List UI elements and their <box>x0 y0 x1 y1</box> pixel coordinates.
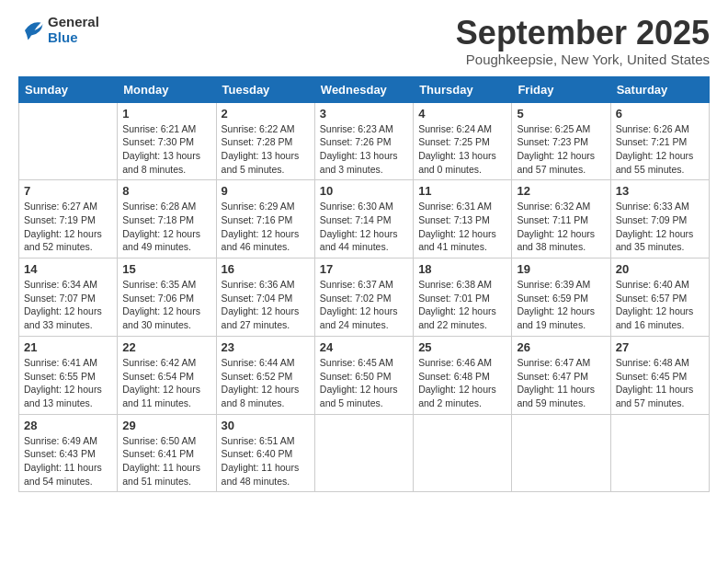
cell-sun-info: Sunrise: 6:47 AMSunset: 6:47 PMDaylight:… <box>517 356 605 410</box>
cell-sun-info: Sunrise: 6:31 AMSunset: 7:13 PMDaylight:… <box>418 200 506 254</box>
day-header-row: SundayMondayTuesdayWednesdayThursdayFrid… <box>19 76 710 102</box>
cell-date-number: 22 <box>122 340 210 354</box>
cell-sun-info: Sunrise: 6:36 AMSunset: 7:04 PMDaylight:… <box>222 278 310 332</box>
cell-date-number: 30 <box>222 419 310 432</box>
day-header-wednesday: Wednesday <box>314 76 413 102</box>
cell-sun-info: Sunrise: 6:42 AMSunset: 6:54 PMDaylight:… <box>122 356 210 410</box>
calendar-cell: 23Sunrise: 6:44 AMSunset: 6:52 PMDayligh… <box>216 336 314 414</box>
calendar-cell: 29Sunrise: 6:50 AMSunset: 6:41 PMDayligh… <box>118 414 216 492</box>
cell-date-number: 17 <box>320 262 408 276</box>
cell-sun-info: Sunrise: 6:49 AMSunset: 6:43 PMDaylight:… <box>24 434 112 488</box>
month-title: September 2025 <box>456 15 710 52</box>
calendar-cell: 11Sunrise: 6:31 AMSunset: 7:13 PMDayligh… <box>414 180 512 259</box>
cell-sun-info: Sunrise: 6:51 AMSunset: 6:40 PMDaylight:… <box>222 434 310 488</box>
day-header-sunday: Sunday <box>19 76 118 102</box>
calendar-cell <box>314 414 413 492</box>
cell-sun-info: Sunrise: 6:21 AMSunset: 7:30 PMDaylight:… <box>122 122 210 177</box>
cell-date-number: 28 <box>24 419 112 432</box>
cell-date-number: 6 <box>616 107 704 121</box>
cell-date-number: 8 <box>122 184 210 198</box>
calendar-cell: 19Sunrise: 6:39 AMSunset: 6:59 PMDayligh… <box>512 259 610 337</box>
logo-text-general: General <box>48 15 99 30</box>
cell-date-number: 14 <box>24 262 112 276</box>
cell-sun-info: Sunrise: 6:38 AMSunset: 7:01 PMDaylight:… <box>418 278 506 332</box>
day-header-friday: Friday <box>512 76 610 102</box>
calendar-cell: 15Sunrise: 6:35 AMSunset: 7:06 PMDayligh… <box>118 259 216 337</box>
calendar-cell: 17Sunrise: 6:37 AMSunset: 7:02 PMDayligh… <box>314 259 413 337</box>
cell-sun-info: Sunrise: 6:48 AMSunset: 6:45 PMDaylight:… <box>616 356 704 410</box>
cell-sun-info: Sunrise: 6:25 AMSunset: 7:23 PMDaylight:… <box>517 122 605 177</box>
cell-sun-info: Sunrise: 6:30 AMSunset: 7:14 PMDaylight:… <box>320 200 408 254</box>
cell-sun-info: Sunrise: 6:40 AMSunset: 6:57 PMDaylight:… <box>616 278 704 332</box>
day-header-saturday: Saturday <box>610 76 709 102</box>
cell-date-number: 5 <box>517 107 605 121</box>
cell-date-number: 21 <box>24 340 112 354</box>
cell-sun-info: Sunrise: 6:35 AMSunset: 7:06 PMDaylight:… <box>122 278 210 332</box>
calendar-cell: 8Sunrise: 6:28 AMSunset: 7:18 PMDaylight… <box>118 180 216 259</box>
calendar-cell: 28Sunrise: 6:49 AMSunset: 6:43 PMDayligh… <box>19 414 118 492</box>
cell-sun-info: Sunrise: 6:46 AMSunset: 6:48 PMDaylight:… <box>418 356 506 410</box>
calendar-cell: 14Sunrise: 6:34 AMSunset: 7:07 PMDayligh… <box>19 259 118 337</box>
calendar-cell: 1Sunrise: 6:21 AMSunset: 7:30 PMDaylight… <box>118 102 216 180</box>
calendar-cell: 30Sunrise: 6:51 AMSunset: 6:40 PMDayligh… <box>216 414 314 492</box>
cell-date-number: 18 <box>418 262 506 276</box>
title-block: September 2025 Poughkeepsie, New York, U… <box>456 15 710 67</box>
cell-sun-info: Sunrise: 6:29 AMSunset: 7:16 PMDaylight:… <box>222 200 310 254</box>
cell-date-number: 27 <box>616 340 704 354</box>
cell-sun-info: Sunrise: 6:32 AMSunset: 7:11 PMDaylight:… <box>517 200 605 254</box>
week-row-2: 7Sunrise: 6:27 AMSunset: 7:19 PMDaylight… <box>19 180 710 259</box>
logo-text-blue: Blue <box>48 30 99 46</box>
subtitle: Poughkeepsie, New York, United States <box>456 52 710 67</box>
week-row-4: 21Sunrise: 6:41 AMSunset: 6:55 PMDayligh… <box>19 336 710 414</box>
calendar-cell: 3Sunrise: 6:23 AMSunset: 7:26 PMDaylight… <box>314 102 413 180</box>
cell-date-number: 13 <box>616 184 704 198</box>
cell-date-number: 19 <box>517 262 605 276</box>
calendar-cell: 25Sunrise: 6:46 AMSunset: 6:48 PMDayligh… <box>414 336 512 414</box>
day-header-tuesday: Tuesday <box>216 76 314 102</box>
cell-date-number: 1 <box>122 107 210 121</box>
cell-date-number: 4 <box>418 107 506 121</box>
calendar-cell: 5Sunrise: 6:25 AMSunset: 7:23 PMDaylight… <box>512 102 610 180</box>
calendar-cell: 6Sunrise: 6:26 AMSunset: 7:21 PMDaylight… <box>610 102 709 180</box>
cell-sun-info: Sunrise: 6:28 AMSunset: 7:18 PMDaylight:… <box>122 200 210 254</box>
calendar-cell: 24Sunrise: 6:45 AMSunset: 6:50 PMDayligh… <box>314 336 413 414</box>
calendar-cell <box>610 414 709 492</box>
page-header: General Blue September 2025 Poughkeepsie… <box>18 15 710 67</box>
cell-date-number: 25 <box>418 340 506 354</box>
calendar-cell: 7Sunrise: 6:27 AMSunset: 7:19 PMDaylight… <box>19 180 118 259</box>
week-row-3: 14Sunrise: 6:34 AMSunset: 7:07 PMDayligh… <box>19 259 710 337</box>
cell-date-number: 15 <box>122 262 210 276</box>
calendar-cell: 27Sunrise: 6:48 AMSunset: 6:45 PMDayligh… <box>610 336 709 414</box>
calendar-cell <box>414 414 512 492</box>
cell-date-number: 23 <box>222 340 310 354</box>
calendar-cell: 18Sunrise: 6:38 AMSunset: 7:01 PMDayligh… <box>414 259 512 337</box>
calendar-cell <box>19 102 118 180</box>
cell-date-number: 3 <box>320 107 408 121</box>
day-header-monday: Monday <box>118 76 216 102</box>
cell-sun-info: Sunrise: 6:50 AMSunset: 6:41 PMDaylight:… <box>122 434 210 488</box>
cell-sun-info: Sunrise: 6:24 AMSunset: 7:25 PMDaylight:… <box>418 122 506 177</box>
calendar-cell: 16Sunrise: 6:36 AMSunset: 7:04 PMDayligh… <box>216 259 314 337</box>
day-header-thursday: Thursday <box>414 76 512 102</box>
calendar-table: SundayMondayTuesdayWednesdayThursdayFrid… <box>18 76 710 493</box>
cell-sun-info: Sunrise: 6:22 AMSunset: 7:28 PMDaylight:… <box>222 122 310 177</box>
cell-date-number: 9 <box>222 184 310 198</box>
calendar-cell: 12Sunrise: 6:32 AMSunset: 7:11 PMDayligh… <box>512 180 610 259</box>
week-row-1: 1Sunrise: 6:21 AMSunset: 7:30 PMDaylight… <box>19 102 710 180</box>
cell-date-number: 24 <box>320 340 408 354</box>
cell-sun-info: Sunrise: 6:23 AMSunset: 7:26 PMDaylight:… <box>320 122 408 177</box>
cell-date-number: 2 <box>222 107 310 121</box>
cell-sun-info: Sunrise: 6:26 AMSunset: 7:21 PMDaylight:… <box>616 122 704 177</box>
cell-date-number: 11 <box>418 184 506 198</box>
cell-date-number: 20 <box>616 262 704 276</box>
cell-sun-info: Sunrise: 6:34 AMSunset: 7:07 PMDaylight:… <box>24 278 112 332</box>
cell-sun-info: Sunrise: 6:41 AMSunset: 6:55 PMDaylight:… <box>24 356 112 410</box>
logo: General Blue <box>18 15 99 45</box>
calendar-cell: 4Sunrise: 6:24 AMSunset: 7:25 PMDaylight… <box>414 102 512 180</box>
calendar-cell: 20Sunrise: 6:40 AMSunset: 6:57 PMDayligh… <box>610 259 709 337</box>
calendar-cell: 26Sunrise: 6:47 AMSunset: 6:47 PMDayligh… <box>512 336 610 414</box>
calendar-cell: 22Sunrise: 6:42 AMSunset: 6:54 PMDayligh… <box>118 336 216 414</box>
cell-date-number: 29 <box>122 419 210 432</box>
cell-sun-info: Sunrise: 6:33 AMSunset: 7:09 PMDaylight:… <box>616 200 704 254</box>
calendar-cell <box>512 414 610 492</box>
